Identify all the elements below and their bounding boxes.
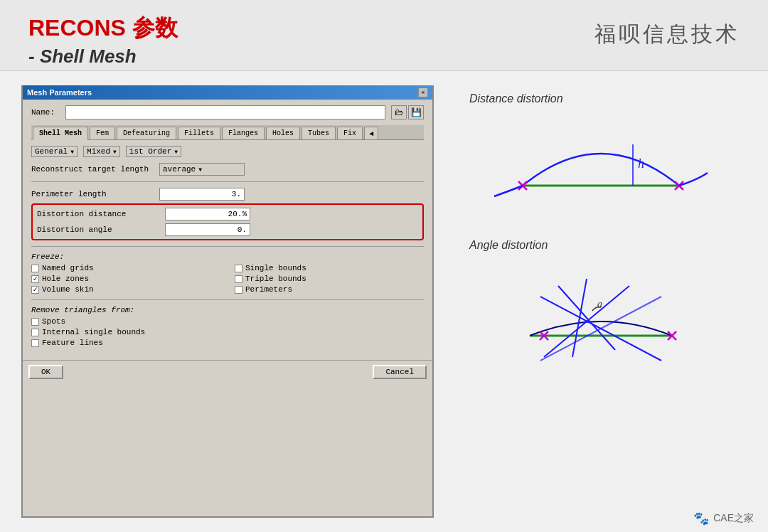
feature-lines-label: Feature lines [42,339,103,347]
distance-distortion-diagram: Distance distortion h [455,92,747,225]
angle-distortion-svg: a [487,257,715,371]
tab-fem[interactable]: Fem [90,127,115,139]
dialog-body: Name: 🗁 💾 Shell Mesh Fem Defeaturing Fil… [23,100,432,360]
tab-bar: Shell Mesh Fem Defeaturing Fillets Flang… [31,125,424,140]
internal-single-bounds-label: Internal single bounds [42,328,145,336]
company-name: 福呗信息技术 [594,20,740,49]
distortion-distance-input[interactable] [165,208,250,220]
dialog-close-button[interactable]: × [418,87,428,97]
general-dropdown-label: General [35,147,68,156]
angle-distortion-title: Angle distortion [469,239,548,252]
dialog-titlebar: Mesh Parameters × [23,85,432,100]
single-bounds-checkbox[interactable] [235,265,242,272]
general-chevron-icon: ▼ [70,149,74,155]
name-row: Name: 🗁 💾 [31,105,424,119]
tab-fix[interactable]: Fix [337,127,363,139]
tab-defeaturing[interactable]: Defeaturing [117,127,176,139]
single-bounds-row: Single bounds [235,264,424,272]
main-content: Mesh Parameters × Name: 🗁 💾 [0,71,768,532]
perimeters-row: Perimeters [235,285,424,294]
title-text: RECONS 参数 [28,15,178,41]
feature-lines-checkbox[interactable] [31,339,39,347]
save-icon: 💾 [411,107,422,117]
reconstruct-chevron-icon: ▼ [198,166,202,173]
dialog-title: Mesh Parameters [27,88,92,97]
spots-row: Spots [31,317,424,326]
watermark: 🐾 CAE之家 [693,511,754,526]
volume-skin-row: ✓ Volume skin [31,285,220,294]
distortion-distance-label: Distortion distance [37,210,165,218]
cancel-button[interactable]: Cancel [373,365,427,379]
reconstruct-row: Reconstruct target length average ▼ [31,163,424,176]
tab-shell-mesh[interactable]: Shell Mesh [33,127,88,140]
tab-tubes[interactable]: Tubes [302,127,336,139]
tab-flanges[interactable]: Flanges [222,127,265,139]
internal-single-bounds-checkbox[interactable] [31,329,39,336]
freeze-section: Freeze: Named grids Single bounds ✓ [31,252,424,294]
order-dropdown[interactable]: 1st Order ▼ [126,146,181,157]
divider-3 [31,299,424,300]
reconstruct-label: Reconstruct target length [31,165,159,174]
save-button[interactable]: 💾 [408,105,424,119]
watermark-text: CAE之家 [713,512,754,525]
header-left: RECONS 参数 - Shell Mesh [28,13,178,68]
distortion-angle-input[interactable] [165,223,250,236]
distortion-angle-label: Distortion angle [37,225,165,234]
reconstruct-dropdown[interactable]: average ▼ [159,163,245,176]
hole-zones-checkbox[interactable]: ✓ [31,275,39,283]
triple-bounds-row: Triple bounds [235,275,424,283]
mixed-chevron-icon: ▼ [113,149,117,155]
name-input[interactable] [65,105,385,119]
named-grids-checkbox[interactable] [31,265,39,272]
general-dropdown[interactable]: General ▼ [31,146,78,157]
general-row: General ▼ Mixed ▼ 1st Order ▼ [31,146,424,157]
remove-section: Remove triangles from: Spots Internal si… [31,306,424,347]
order-chevron-icon: ▼ [174,149,178,155]
order-dropdown-label: 1st Order [129,147,171,156]
triple-bounds-label: Triple bounds [245,275,306,283]
perimeter-label: Perimeter length [31,190,159,198]
remove-list: Spots Internal single bounds Feature lin… [31,317,424,347]
triple-bounds-checkbox[interactable] [235,275,242,283]
distortion-distance-row: Distortion distance [37,208,418,220]
spots-checkbox[interactable] [31,318,39,326]
distance-distortion-svg: h [487,111,715,225]
volume-skin-label: Volume skin [42,285,94,294]
name-icons: 🗁 💾 [391,105,424,119]
page-subtitle: - Shell Mesh [28,46,178,68]
internal-single-bounds-row: Internal single bounds [31,328,424,336]
perimeter-input[interactable] [159,188,245,201]
single-bounds-label: Single bounds [245,264,306,272]
name-label: Name: [31,108,60,117]
freeze-label: Freeze: [31,252,424,261]
tab-holes[interactable]: Holes [266,127,300,139]
distortion-highlight: Distortion distance Distortion angle [31,203,424,240]
mesh-parameters-dialog: Mesh Parameters × Name: 🗁 💾 [21,85,434,518]
svg-text:a: a [597,299,602,309]
divider-2 [31,246,424,247]
mixed-dropdown[interactable]: Mixed ▼ [83,146,120,157]
ok-button[interactable]: OK [28,365,63,379]
distance-distortion-title: Distance distortion [469,92,563,105]
perimeters-checkbox[interactable] [235,286,242,294]
subtitle-text: - Shell Mesh [28,46,137,67]
folder-icon: 🗁 [395,107,403,117]
hole-zones-label: Hole zones [42,275,89,283]
distortion-angle-row: Distortion angle [37,223,418,236]
angle-distortion-diagram: Angle distortion a [455,239,747,371]
spots-label: Spots [42,317,65,326]
folder-button[interactable]: 🗁 [391,105,407,119]
mixed-dropdown-label: Mixed [87,147,110,156]
named-grids-label: Named grids [42,264,94,272]
perimeter-row: Perimeter length [31,188,424,201]
svg-text:h: h [638,156,644,171]
tab-fillets[interactable]: Fillets [178,127,220,139]
hole-zones-row: ✓ Hole zones [31,275,220,283]
named-grids-row: Named grids [31,264,220,272]
volume-skin-checkbox[interactable]: ✓ [31,286,39,294]
reconstruct-value: average [163,165,196,174]
close-icon: × [421,89,425,96]
svg-line-8 [558,286,615,350]
tab-more-button[interactable]: ◄ [364,127,378,139]
watermark-icon: 🐾 [693,511,709,526]
